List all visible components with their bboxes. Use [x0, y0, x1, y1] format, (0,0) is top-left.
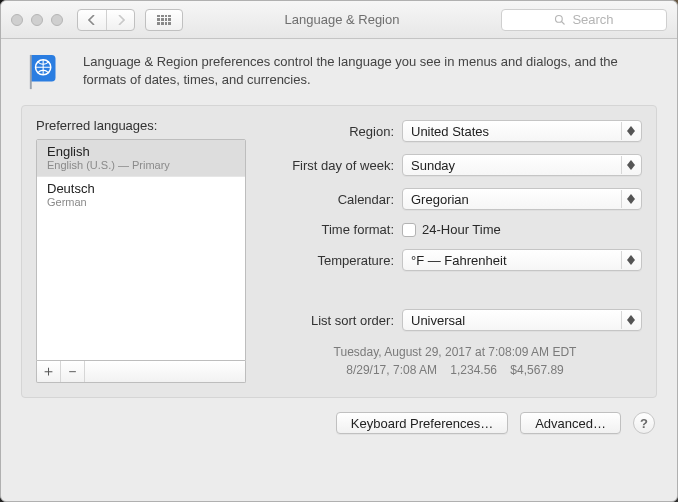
24hour-label: 24-Hour Time: [422, 222, 501, 237]
language-sub: English (U.S.) — Primary: [47, 159, 235, 171]
settings-form: Region: United States First day of week:…: [268, 118, 642, 383]
preferred-languages-label: Preferred languages:: [36, 118, 246, 133]
settings-panel: Preferred languages: English English (U.…: [21, 105, 657, 398]
language-list[interactable]: English English (U.S.) — Primary Deutsch…: [36, 139, 246, 361]
temperature-label: Temperature:: [268, 253, 394, 268]
listsort-value: Universal: [411, 313, 465, 328]
chevron-updown-icon: [621, 190, 639, 208]
chevron-updown-icon: [621, 156, 639, 174]
minimize-icon[interactable]: [31, 14, 43, 26]
region-select[interactable]: United States: [402, 120, 642, 142]
window: Language & Region Search Language & Regi…: [0, 0, 678, 502]
description-row: Language & Region preferences control th…: [1, 39, 677, 105]
list-controls: ＋ －: [36, 361, 246, 383]
calendar-label: Calendar:: [268, 192, 394, 207]
language-name: English: [47, 144, 235, 159]
language-sub: German: [47, 196, 235, 208]
help-button[interactable]: ?: [633, 412, 655, 434]
search-icon: [554, 14, 566, 26]
timeformat-label: Time format:: [268, 222, 394, 237]
example-line-1: Tuesday, August 29, 2017 at 7:08:09 AM E…: [268, 343, 642, 361]
window-title: Language & Region: [193, 12, 491, 27]
back-button[interactable]: [78, 10, 106, 30]
show-all-button[interactable]: [145, 9, 183, 31]
list-item[interactable]: English English (U.S.) — Primary: [37, 140, 245, 176]
chevron-updown-icon: [621, 122, 639, 140]
listsort-label: List sort order:: [268, 313, 394, 328]
advanced-button[interactable]: Advanced…: [520, 412, 621, 434]
chevron-updown-icon: [621, 251, 639, 269]
region-value: United States: [411, 124, 489, 139]
language-name: Deutsch: [47, 181, 235, 196]
description-text: Language & Region preferences control th…: [83, 53, 643, 91]
svg-point-0: [556, 15, 563, 22]
calendar-value: Gregorian: [411, 192, 469, 207]
firstday-select[interactable]: Sunday: [402, 154, 642, 176]
traffic-lights: [11, 14, 63, 26]
firstday-value: Sunday: [411, 158, 455, 173]
chevron-updown-icon: [621, 311, 639, 329]
calendar-select[interactable]: Gregorian: [402, 188, 642, 210]
format-example: Tuesday, August 29, 2017 at 7:08:09 AM E…: [268, 343, 642, 379]
preferred-languages-section: Preferred languages: English English (U.…: [36, 118, 246, 383]
example-line-2: 8/29/17, 7:08 AM 1,234.56 $4,567.89: [268, 361, 642, 379]
list-item[interactable]: Deutsch German: [37, 176, 245, 213]
search-placeholder: Search: [572, 12, 613, 27]
remove-button[interactable]: －: [61, 361, 85, 382]
globe-flag-icon: [27, 53, 65, 91]
temperature-value: °F — Fahrenheit: [411, 253, 507, 268]
temperature-select[interactable]: °F — Fahrenheit: [402, 249, 642, 271]
close-icon[interactable]: [11, 14, 23, 26]
region-label: Region:: [268, 124, 394, 139]
titlebar: Language & Region Search: [1, 1, 677, 39]
firstday-label: First day of week:: [268, 158, 394, 173]
add-button[interactable]: ＋: [37, 361, 61, 382]
keyboard-preferences-button[interactable]: Keyboard Preferences…: [336, 412, 508, 434]
bottom-bar: Keyboard Preferences… Advanced… ?: [1, 398, 677, 448]
svg-line-1: [562, 21, 565, 24]
nav-back-forward: [77, 9, 135, 31]
24hour-checkbox[interactable]: [402, 223, 416, 237]
search-input[interactable]: Search: [501, 9, 667, 31]
grid-icon: [157, 15, 171, 25]
forward-button[interactable]: [106, 10, 134, 30]
zoom-icon[interactable]: [51, 14, 63, 26]
listsort-select[interactable]: Universal: [402, 309, 642, 331]
